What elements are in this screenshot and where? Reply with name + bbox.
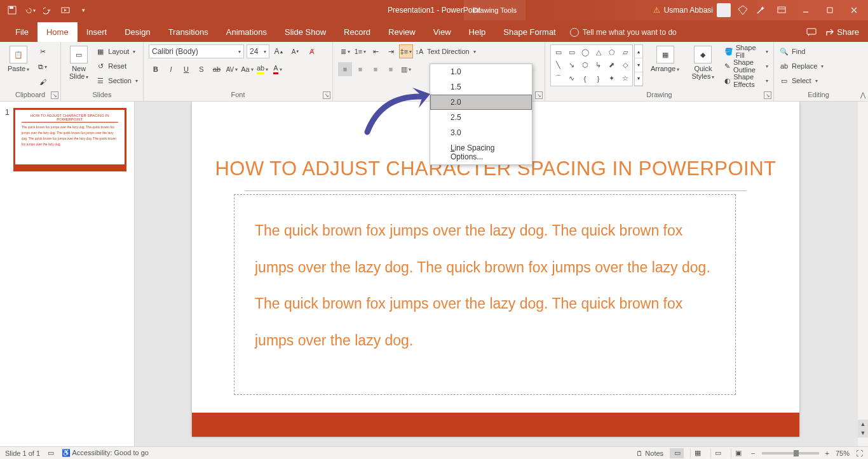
new-slide-button[interactable]: ▭ New Slide▾ [66, 44, 92, 82]
bullets-button[interactable]: ≣▾ [338, 44, 352, 58]
comments-button[interactable] [806, 28, 817, 37]
minimize-button[interactable] [797, 4, 815, 17]
line-spacing-2-0[interactable]: 2.0 [430, 95, 532, 110]
align-center-button[interactable]: ≡ [353, 62, 367, 76]
tab-review[interactable]: Review [379, 22, 424, 42]
diamond-icon[interactable] [737, 4, 749, 16]
font-launcher[interactable]: ↘ [323, 91, 330, 99]
replace-button[interactable]: abReplace▾ [779, 59, 824, 73]
redo-icon[interactable] [42, 4, 53, 16]
cut-button[interactable]: ✂ [36, 44, 50, 58]
align-left-button[interactable]: ≡ [338, 62, 352, 76]
fit-to-window-button[interactable]: ⛶ [856, 449, 863, 457]
save-icon[interactable] [6, 4, 18, 16]
line-spacing-options[interactable]: Line Spacing Options... [430, 140, 532, 164]
select-button[interactable]: ▭Select▾ [779, 74, 818, 88]
zoom-level[interactable]: 75% [836, 449, 850, 457]
line-spacing-1-0[interactable]: 1.0 [430, 64, 532, 79]
previous-slide-button[interactable]: ▲ [858, 420, 868, 429]
shape-effects-button[interactable]: ◐Shape Effects▾ [724, 74, 768, 88]
tab-home[interactable]: Home [37, 22, 78, 42]
line-spacing-3-0[interactable]: 3.0 [430, 125, 532, 140]
decrease-font-button[interactable]: A▼ [288, 44, 302, 58]
notes-button[interactable]: 🗒 Notes [636, 449, 663, 457]
shape-fill-button[interactable]: 🪣Shape Fill▾ [724, 44, 768, 58]
tab-insert[interactable]: Insert [78, 22, 116, 42]
start-from-beginning-icon[interactable] [60, 4, 71, 16]
context-tab-drawing-tools[interactable]: Drawing Tools [464, 0, 526, 20]
tab-help[interactable]: Help [460, 22, 495, 42]
format-painter-button[interactable]: 🖌 [36, 75, 50, 89]
zoom-slider[interactable] [762, 452, 819, 455]
shape-textbox-icon[interactable]: ▭ [552, 46, 564, 58]
increase-font-button[interactable]: A▲ [272, 44, 286, 58]
tab-animations[interactable]: Animations [217, 22, 276, 42]
tab-record[interactable]: Record [335, 22, 379, 42]
numbering-button[interactable]: 1≡▾ [353, 44, 367, 58]
quick-styles-button[interactable]: ◆Quick Styles▾ [686, 44, 721, 82]
tab-view[interactable]: View [424, 22, 460, 42]
drawing-launcher[interactable]: ↘ [764, 91, 771, 99]
close-button[interactable] [845, 4, 863, 17]
account-user[interactable]: ⚠ Usman Abbasi [653, 3, 731, 17]
shadow-button[interactable]: S [194, 62, 208, 76]
qat-customize-icon[interactable]: ▾ [78, 4, 89, 16]
decrease-indent-button[interactable]: ⇤ [369, 44, 383, 58]
zoom-in-button[interactable]: + [825, 449, 829, 457]
tell-me-search[interactable]: Tell me what you want to do [570, 28, 677, 42]
tab-transitions[interactable]: Transitions [159, 22, 217, 42]
normal-view-button[interactable]: ▭ [670, 448, 684, 458]
line-spacing-button[interactable]: ‡≡▾ [399, 44, 413, 58]
zoom-out-button[interactable]: − [751, 449, 755, 457]
slide-body-text[interactable]: The quick brown fox jumps over the lazy … [255, 213, 715, 359]
vertical-scrollbar[interactable]: ▲ ▼ [858, 102, 868, 446]
tab-slide-show[interactable]: Slide Show [276, 22, 335, 42]
slide-sorter-view-button[interactable]: ▦ [690, 448, 704, 458]
spell-check-icon[interactable]: ▭ [48, 449, 54, 457]
section-button[interactable]: ☰Section▾ [95, 74, 138, 88]
next-slide-button[interactable]: ▼ [858, 429, 868, 437]
text-direction-button[interactable]: ↕AText Direction▾ [414, 44, 476, 58]
magic-icon[interactable] [755, 4, 766, 16]
increase-indent-button[interactable]: ⇥ [384, 44, 398, 58]
shapes-gallery[interactable]: ▭▭◯△⬠▱ ╲↘⬡↳⬈◇ ⌒∿{}✦☆ [550, 44, 633, 86]
paste-button[interactable]: 📋 Paste▾ [5, 44, 32, 74]
change-case-button[interactable]: Aa▾ [240, 62, 254, 76]
highlight-button[interactable]: ab▾ [255, 62, 269, 76]
strikethrough-button[interactable]: ab [210, 62, 224, 76]
clear-formatting-button[interactable]: A̸ [305, 44, 319, 58]
gallery-scroll[interactable]: ▴▾▾ [634, 44, 643, 86]
bold-button[interactable]: B [149, 62, 163, 76]
justify-button[interactable]: ≡ [384, 62, 398, 76]
undo-icon[interactable]: ▾ [24, 4, 36, 16]
arrange-button[interactable]: ▦Arrange▾ [648, 44, 682, 74]
tab-shape-format[interactable]: Shape Format [494, 22, 564, 42]
find-button[interactable]: 🔍Find [779, 44, 805, 58]
font-name-combo[interactable]: Calibri (Body)▾ [149, 44, 244, 58]
layout-button[interactable]: ▦Layout▾ [95, 44, 138, 58]
slide-counter[interactable]: Slide 1 of 1 [5, 449, 40, 457]
align-right-button[interactable]: ≡ [369, 62, 383, 76]
maximize-button[interactable] [821, 4, 839, 17]
font-size-combo[interactable]: 24▾ [247, 44, 269, 58]
copy-button[interactable]: ⧉▾ [36, 60, 50, 74]
columns-button[interactable]: ▥▾ [399, 62, 413, 76]
slide-thumbnail-1[interactable]: HOW TO ADJUST CHARACTER SPACING IN POWER… [13, 108, 126, 171]
paragraph-launcher[interactable]: ↘ [535, 91, 543, 99]
tab-file[interactable]: File [6, 22, 37, 42]
line-spacing-1-5[interactable]: 1.5 [430, 79, 532, 95]
italic-button[interactable]: I [164, 62, 178, 76]
font-color-button[interactable]: A▾ [271, 62, 285, 76]
reset-button[interactable]: ↺Reset [95, 59, 138, 73]
reading-view-button[interactable]: ▭ [710, 448, 724, 458]
share-button[interactable]: Share [825, 27, 859, 37]
character-spacing-button[interactable]: AV▾ [225, 62, 239, 76]
underline-button[interactable]: U [179, 62, 193, 76]
collapse-ribbon-button[interactable]: ⋀ [860, 91, 865, 98]
tab-design[interactable]: Design [116, 22, 159, 42]
line-spacing-2-5[interactable]: 2.5 [430, 110, 532, 125]
slideshow-view-button[interactable]: ▣ [731, 448, 745, 458]
slide-body-textbox[interactable]: The quick brown fox jumps over the lazy … [234, 194, 736, 395]
ribbon-display-options-icon[interactable] [773, 4, 790, 17]
shape-outline-button[interactable]: ✎Shape Outline▾ [724, 59, 768, 73]
